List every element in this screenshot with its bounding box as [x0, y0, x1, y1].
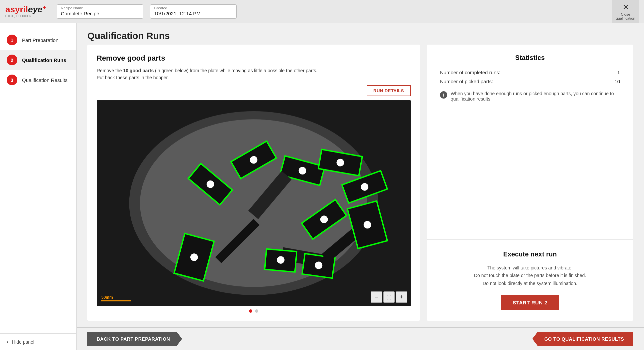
logo-name: asyril: [5, 4, 28, 14]
info-box: i When you have done enough runs or pick…: [440, 91, 620, 102]
sidebar-item-qualification-runs[interactable]: 2 Qualification Runs: [0, 50, 76, 70]
zoom-fit-button[interactable]: [383, 291, 395, 303]
scale-line: [101, 300, 131, 301]
left-card: Remove good parts Remove the 10 good par…: [87, 45, 420, 321]
parts-visualization: [97, 100, 411, 306]
info-icon: i: [440, 91, 447, 99]
header-fields: Recipe Name Complete Recipe Created 10/1…: [57, 4, 612, 19]
app-header: asyrileye+ 0.0.0 (00000000) Recipe Name …: [0, 0, 644, 23]
back-to-part-preparation-button[interactable]: BACK TO PART PREPARATION: [87, 332, 182, 346]
stats-row-completed: Number of completed runs: 1: [440, 70, 620, 75]
parts-image-viewport: 50mm −: [97, 100, 411, 306]
zoom-controls: −: [371, 291, 407, 303]
carousel-dot-1[interactable]: [249, 309, 252, 313]
desc-bold: 10 good parts: [123, 68, 154, 73]
picked-parts-label: Number of picked parts:: [440, 79, 493, 84]
sidebar-item-part-preparation[interactable]: 1 Part Preparation: [0, 30, 76, 50]
content-body: Remove good parts Remove the 10 good par…: [77, 45, 644, 327]
execute-line-1: The system will take pictures and vibrat…: [440, 264, 620, 272]
info-text: When you have done enough runs or picked…: [451, 91, 620, 102]
execute-description: The system will take pictures and vibrat…: [440, 264, 620, 288]
created-value: 10/1/2021, 12:14 PM: [154, 11, 232, 16]
right-panel: Statistics Number of completed runs: 1 N…: [427, 45, 633, 321]
desc-line2: Put back these parts in the hopper.: [97, 75, 169, 80]
execute-line-2: Do not touch the plate or the parts befo…: [440, 272, 620, 280]
execute-line-3: Do not look directly at the system illum…: [440, 280, 620, 288]
zoom-fit-icon: [386, 294, 392, 300]
statistics-title: Statistics: [440, 54, 620, 62]
desc-prefix: Remove the: [97, 68, 123, 73]
zoom-out-button[interactable]: −: [371, 291, 382, 303]
stats-row-picked: Number of picked parts: 10: [440, 79, 620, 84]
completed-runs-value: 1: [617, 70, 620, 75]
statistics-card: Statistics Number of completed runs: 1 N…: [427, 45, 633, 239]
start-run-button[interactable]: START RUN 2: [501, 295, 559, 310]
carousel-dots: [97, 306, 411, 314]
close-label: Close qualification: [612, 12, 639, 20]
sidebar-item-qualification-results[interactable]: 3 Qualification Results: [0, 70, 76, 90]
scale-bar: 50mm: [101, 295, 131, 301]
logo: asyrileye+ 0.0.0 (00000000): [5, 5, 46, 18]
page-title: Qualification Runs: [77, 23, 644, 45]
sidebar-item-3-label: Qualification Results: [22, 77, 68, 83]
carousel-dot-2[interactable]: [255, 309, 258, 313]
footer: BACK TO PART PREPARATION GO TO QUALIFICA…: [77, 327, 644, 350]
card-description: Remove the 10 good parts (in green below…: [97, 67, 411, 81]
hide-panel-label: Hide panel: [12, 339, 34, 345]
svg-rect-32: [387, 298, 387, 299]
step-2-number: 2: [7, 55, 17, 65]
main-layout: 1 Part Preparation 2 Qualification Runs …: [0, 23, 644, 350]
chevron-left-icon: ‹: [7, 338, 9, 345]
created-field: Created 10/1/2021, 12:14 PM: [150, 4, 237, 19]
recipe-name-label: Recipe Name: [61, 6, 139, 10]
sidebar-item-1-label: Part Preparation: [22, 37, 58, 43]
sidebar: 1 Part Preparation 2 Qualification Runs …: [0, 23, 77, 350]
sidebar-item-2-label: Qualification Runs: [22, 57, 66, 63]
created-label: Created: [154, 6, 232, 10]
zoom-in-button[interactable]: +: [396, 291, 407, 303]
recipe-name-field: Recipe Name Complete Recipe: [57, 4, 143, 19]
desc-suffix: (in green below) from the plate while mo…: [154, 68, 317, 73]
scale-label: 50mm: [101, 295, 131, 300]
svg-rect-28: [387, 295, 387, 296]
sidebar-nav: 1 Part Preparation 2 Qualification Runs …: [0, 23, 76, 333]
logo-plus: +: [43, 5, 46, 10]
close-icon: ✕: [623, 3, 629, 12]
content-area: Qualification Runs Remove good parts Rem…: [77, 23, 644, 350]
completed-runs-label: Number of completed runs:: [440, 70, 500, 75]
execute-title: Execute next run: [440, 250, 620, 258]
logo-eye: eye: [28, 4, 42, 14]
close-qualification-button[interactable]: ✕ Close qualification: [612, 0, 639, 23]
hide-panel-button[interactable]: ‹ Hide panel: [0, 333, 76, 350]
go-to-qualification-results-button[interactable]: GO TO QUALIFICATION RESULTS: [532, 332, 633, 346]
card-title: Remove good parts: [97, 54, 411, 63]
app-version: 0.0.0 (00000000): [5, 14, 46, 18]
run-details-button[interactable]: RUN DETAILS: [367, 85, 411, 96]
picked-parts-value: 10: [614, 79, 620, 84]
svg-rect-34: [391, 298, 391, 299]
recipe-name-value: Complete Recipe: [61, 11, 139, 16]
step-3-number: 3: [7, 75, 17, 85]
svg-rect-30: [391, 295, 391, 296]
execute-card: Execute next run The system will take pi…: [427, 240, 633, 321]
step-1-number: 1: [7, 35, 17, 45]
